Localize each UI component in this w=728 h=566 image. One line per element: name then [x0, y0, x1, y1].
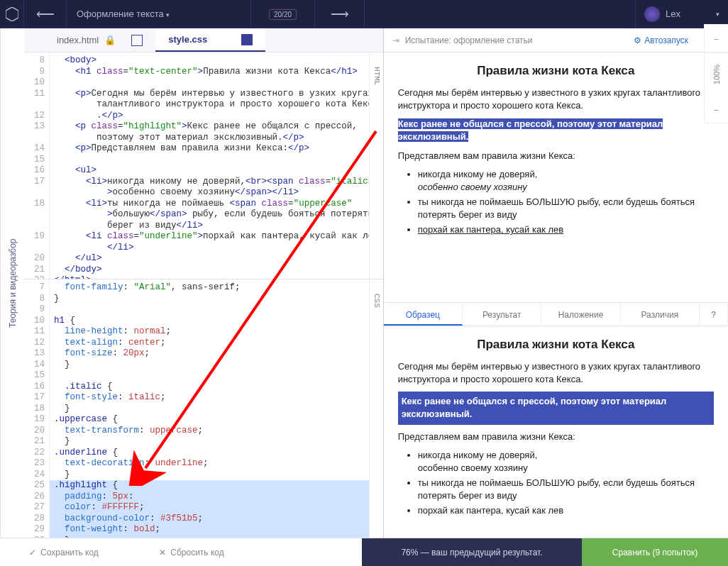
sample-p2: Представляем вам правила жизни Кекса: [398, 431, 714, 443]
sample-h1: Правила жизни кота Кекса [398, 336, 714, 353]
tab-html[interactable]: index.html 🔒 [44, 28, 155, 52]
gear-icon: ⚙ [634, 35, 641, 45]
sample-li1: никогда никому не доверяй,особенно своем… [418, 449, 714, 475]
tab-split-active-icon[interactable] [241, 34, 253, 45]
editor-tabs: index.html 🔒 style.css [24, 28, 383, 52]
editor-column: index.html 🔒 style.css 8 9 10 11 12 13 1… [24, 28, 384, 538]
topbar-spacer [365, 0, 636, 28]
preview-column: ⇥ Испытание: оформление статьи ⚙ Автозап… [384, 28, 728, 538]
html-code-area[interactable]: <body> <h1 class="text-center">Правила ж… [50, 52, 383, 279]
zoom-label[interactable]: 100% [705, 52, 728, 95]
preview-h1: Правила жизни кота Кекса [398, 62, 714, 79]
css-editor[interactable]: 7 8 9 10 11 12 13 14 15 16 17 18 19 20 2… [24, 279, 383, 538]
preview-minus-bottom[interactable]: – [705, 95, 728, 123]
sample-panel: Правила жизни кота Кекса Сегодня мы берё… [384, 326, 728, 538]
avatar-icon [644, 6, 660, 22]
preview-highlight: Кекс ранее не общался с прессой, поэтому… [398, 118, 714, 143]
save-button[interactable]: ✓ Сохранить код [0, 538, 128, 566]
diff-tabs: Образец Результат Наложение Различия ? [384, 302, 728, 326]
result-badge: 76% — ваш предыдущий результат. [362, 538, 582, 566]
tab-overlay[interactable]: Наложение [541, 303, 620, 326]
logo-icon[interactable] [0, 0, 24, 28]
compare-button[interactable]: Сравнить (9 попыток) [582, 538, 728, 566]
nav-next-button[interactable]: ⟶ [315, 0, 365, 28]
lock-icon: 🔒 [104, 28, 116, 52]
preview-li3: порхай как пантера, кусай как лев [418, 223, 714, 236]
preview-header: ⇥ Испытание: оформление статьи ⚙ Автозап… [384, 28, 728, 52]
tab-split-icon[interactable] [131, 35, 143, 46]
progress-badge: 20/20 [251, 0, 315, 28]
topbar: ⟵ Оформление текста ▾ 20/20 ⟶ Lex ▾ [0, 0, 728, 28]
sample-li2: ты никогда не поймаешь БОЛЬШУЮ рыбу, есл… [418, 477, 714, 502]
username: Lex [666, 0, 680, 28]
lesson-title[interactable]: Оформление текста ▾ [67, 0, 251, 28]
preview-li1: никогда никому не доверяй,особенно своем… [418, 168, 714, 194]
preview-p1: Сегодня мы берём интервью у известного в… [398, 87, 714, 112]
html-editor[interactable]: 8 9 10 11 12 13 14 15 16 17 18 19 20 21 … [24, 52, 383, 279]
tab-sample[interactable]: Образец [384, 303, 463, 326]
tab-css[interactable]: style.css [155, 28, 265, 52]
autorun-toggle[interactable]: ⚙ Автозапуск [628, 35, 694, 45]
css-code-area[interactable]: font-family: "Arial", sans-serif; } h1 {… [50, 279, 383, 538]
close-icon: ✕ [159, 538, 166, 567]
preview-list: никогда никому не доверяй,особенно своем… [418, 168, 714, 237]
theory-sidebar[interactable]: Теория и видеоразбор [0, 28, 24, 538]
preview-result: Правила жизни кота Кекса Сегодня мы берё… [384, 52, 728, 302]
footer: ✓ Сохранить код ✕ Сбросить код 76% — ваш… [0, 538, 728, 566]
css-gutter: 7 8 9 10 11 12 13 14 15 16 17 18 19 20 2… [24, 279, 50, 538]
preview-title: Испытание: оформление статьи [405, 35, 533, 45]
tab-result[interactable]: Результат [463, 303, 541, 326]
css-side-badges: CSS [369, 279, 383, 538]
nav-prev-button[interactable]: ⟵ [24, 0, 67, 28]
check-icon: ✓ [29, 538, 36, 567]
tab-help[interactable]: ? [700, 303, 728, 326]
sample-list: никогда никому не доверяй,особенно своем… [418, 449, 714, 518]
main-area: ☰ Теория и видеоразбор index.html 🔒 styl… [0, 28, 728, 538]
html-gutter: 8 9 10 11 12 13 14 15 16 17 18 19 20 21 … [24, 52, 50, 279]
footer-spacer [255, 538, 362, 566]
reset-button[interactable]: ✕ Сбросить код [128, 538, 255, 566]
sample-li3: порхай как пантера, кусай как лев [418, 504, 714, 517]
collapse-icon[interactable]: ⇥ [392, 35, 399, 45]
html-badge[interactable]: HTML [370, 67, 382, 85]
sample-p1: Сегодня мы берём интервью у известного в… [398, 360, 714, 386]
tab-diff[interactable]: Различия [621, 303, 700, 326]
preview-li2: ты никогда не поймаешь БОЛЬШУЮ рыбу, есл… [418, 196, 714, 221]
preview-sidebar: – 100% – [704, 24, 728, 123]
preview-p2: Представляем вам правила жизни Кекса: [398, 150, 714, 162]
preview-minus-top[interactable]: – [705, 24, 728, 52]
sample-highlight: Кекс ранее не общался с прессой, поэтому… [398, 392, 714, 424]
html-side-badges: HTML [369, 52, 383, 279]
css-badge[interactable]: CSS [370, 294, 382, 308]
